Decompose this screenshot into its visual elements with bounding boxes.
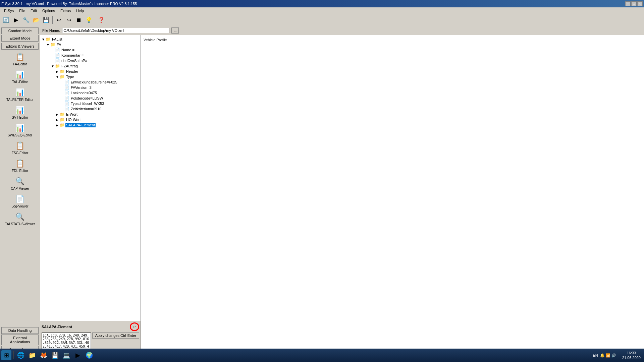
maximize-button[interactable]: □ — [631, 1, 637, 6]
toolbar-settings[interactable]: 🔧 — [21, 15, 31, 25]
tree-node-type[interactable]: ▼ 📁 Type — [42, 74, 139, 79]
taskbar-save[interactable]: 💾 — [50, 350, 60, 360]
tree-node-fzauftrag[interactable]: ▼ 📁 FZAuftrag — [42, 63, 139, 69]
sidebar-item-log-viewer[interactable]: 📄 Log-Viewer — [1, 192, 39, 209]
tree-node-ewort[interactable]: ▶ 📁 E-Wort — [42, 112, 139, 117]
toolbar-open[interactable]: 📂 — [32, 15, 41, 25]
systray-icons: 🔔 📶 🔊 — [600, 353, 616, 358]
taskbar-app1[interactable]: 💻 — [61, 350, 71, 360]
taskbar-browser[interactable]: 🌍 — [84, 350, 94, 360]
toolbar-refresh[interactable]: 🔄 — [1, 15, 11, 25]
tree-node-typschluessel[interactable]: 📄 Typschlüssel=WX53 — [42, 101, 139, 106]
tree-label-fzauftrag[interactable]: FZAuftrag — [61, 64, 78, 68]
tree-label-howort[interactable]: HO-Wort — [65, 117, 81, 122]
toolbar-back[interactable]: ↩ — [54, 15, 63, 25]
toolbar-separator-1 — [52, 16, 53, 24]
toolbar-run[interactable]: ▶ — [11, 15, 21, 25]
sidebar-item-talfilter-editor[interactable]: 📊 TALFILTER-Editor — [1, 86, 39, 103]
tree-toggle-type[interactable]: ▼ — [56, 75, 60, 79]
tree-node-zeitkrit[interactable]: 📄 Zeitkriterium=0910 — [42, 106, 139, 112]
menu-extras[interactable]: Extras — [58, 8, 73, 13]
tree-label-type[interactable]: Type — [65, 74, 75, 79]
sidebar-item-cap-viewer[interactable]: 🔍 CAP-Viewer — [1, 175, 39, 192]
tree-node-salapa[interactable]: ▶ 📁 SALAPA-Element — [42, 122, 139, 128]
tree-node-falist[interactable]: ▼ 📁 FAList — [42, 37, 139, 42]
external-applications-button[interactable]: External Applications — [1, 335, 39, 345]
tree-label-lackcode[interactable]: Lackcode=0475 — [70, 90, 98, 95]
tree-toggle-header[interactable]: ▶ — [56, 70, 60, 73]
salapa-header: SALAPA-Element ↩ — [42, 322, 139, 331]
tree-node-header[interactable]: ▶ 📁 Header — [42, 69, 139, 74]
toolbar-light[interactable]: 💡 — [84, 15, 94, 25]
menu-file[interactable]: File — [16, 8, 28, 13]
tree-node-fa[interactable]: ▼ 📁 FA — [42, 42, 139, 47]
tree-toggle-fa[interactable]: ▼ — [46, 43, 50, 47]
toolbar-help[interactable]: ❓ — [97, 15, 106, 25]
tree-label-header[interactable]: Header — [65, 69, 79, 74]
tree-label-salapa[interactable]: SALAPA-Element — [65, 123, 96, 127]
sidebar-item-fdl-editor[interactable]: 📋 FDL-Editor — [1, 157, 39, 174]
salapa-btn-icon: ↩ — [133, 325, 136, 329]
leaf-icon-faver: 📄 — [64, 85, 69, 90]
tree-node-faver[interactable]: 📄 FAVersion=3 — [42, 85, 139, 90]
tree-toggle-fzauftrag[interactable]: ▼ — [51, 64, 55, 68]
sidebar-item-fsc-editor[interactable]: 📋 FSC-Editor — [1, 139, 39, 156]
tree-label-entw[interactable]: Entwicklungsbaureihe=F025 — [70, 80, 118, 84]
tree-label-name[interactable]: Name = — [61, 48, 75, 52]
tree-node-entw[interactable]: 📄 Entwicklungsbaureihe=F025 — [42, 79, 139, 85]
tree-node-lackcode[interactable]: 📄 Lackcode=0475 — [42, 90, 139, 96]
tree-label-obdcvn[interactable]: obdCvnSaLaPa — [61, 58, 88, 63]
filename-input[interactable] — [62, 28, 169, 33]
folder-icon: 📁 — [46, 37, 51, 42]
sidebar-label-log-viewer: Log-Viewer — [11, 204, 28, 208]
tree-toggle-howort[interactable]: ▶ — [56, 118, 60, 122]
taskbar-media[interactable]: ▶ — [73, 350, 83, 360]
tree-node-polster[interactable]: 📄 Polstercode=LUSW — [42, 96, 139, 101]
taskbar-explorer[interactable]: 📁 — [27, 350, 37, 360]
tree-label-falist[interactable]: FAList — [51, 37, 63, 42]
tree-label-fa[interactable]: FA — [56, 42, 62, 47]
tree-label-faver[interactable]: FAVersion=3 — [70, 85, 92, 90]
browse-button[interactable]: ... — [171, 27, 179, 34]
tree-label-ewort[interactable]: E-Wort — [65, 112, 78, 117]
tree-node-kommentar[interactable]: 📄 Kommentar = — [42, 53, 139, 58]
editors-viewers-button[interactable]: Editors & Viewers — [1, 43, 39, 50]
tree-toggle-ewort[interactable]: ▶ — [56, 113, 60, 116]
toolbar-save[interactable]: 💾 — [42, 15, 51, 25]
sidebar-label-cap-viewer: CAP-Viewer — [11, 187, 29, 190]
tree-panel: ▼ 📁 FAList ▼ 📁 FA 📄 — [40, 35, 141, 354]
sidebar-item-fa-editor[interactable]: 📋 FA-Editor — [1, 50, 39, 67]
tree-toggle-salapa[interactable]: ▶ — [56, 123, 60, 127]
menu-edit[interactable]: Edit — [28, 8, 40, 13]
tree-node-name[interactable]: 📄 Name = — [42, 47, 139, 53]
apply-changes-button[interactable]: Apply changes Ctrl-Enter — [92, 333, 139, 339]
tree-label-zeitkrit[interactable]: Zeitkriterium=0910 — [70, 107, 102, 111]
taskbar-ie[interactable]: 🌐 — [16, 350, 26, 360]
salapa-action-button[interactable]: ↩ — [130, 322, 139, 331]
tree-label-polster[interactable]: Polstercode=LUSW — [70, 96, 104, 101]
menu-esys[interactable]: E-Sys — [1, 8, 16, 13]
menu-options[interactable]: Options — [40, 8, 58, 13]
tree-toggle-falist[interactable]: ▼ — [42, 38, 46, 41]
titlebar: E-Sys 3.30.1 - my VO.xml - Powered By: T… — [0, 0, 644, 7]
toolbar-forward[interactable]: ↪ — [64, 15, 73, 25]
menu-help[interactable]: Help — [73, 8, 87, 13]
sidebar-item-sweseq-editor[interactable]: 📊 SWESEQ-Editor — [1, 121, 39, 138]
sidebar-item-svt-editor[interactable]: 📊 SVT-Editor — [1, 104, 39, 121]
close-button[interactable]: ✕ — [637, 1, 643, 6]
start-button[interactable]: ⊞ — [1, 350, 11, 360]
tree-node-howort[interactable]: ▶ 📁 HO-Wort — [42, 117, 139, 122]
toolbar-stop[interactable]: ⏹ — [74, 15, 84, 25]
tree-node-obdcvn[interactable]: 📄 obdCvnSaLaPa — [42, 58, 139, 63]
sidebar-item-talstatus-viewer[interactable]: 🔍 TALSTATUS-Viewer — [1, 210, 39, 227]
expert-mode-button[interactable]: Expert Mode — [1, 35, 39, 42]
folder-icon-fa: 📁 — [50, 42, 55, 47]
minimize-button[interactable]: − — [625, 1, 631, 6]
tree-label-typschluessel[interactable]: Typschlüssel=WX53 — [70, 101, 105, 106]
data-handling-button[interactable]: Data Handling — [1, 327, 39, 334]
ie-icon: 🌐 — [17, 352, 24, 359]
comfort-mode-button[interactable]: Comfort Mode — [1, 27, 39, 34]
taskbar-firefox[interactable]: 🦊 — [39, 350, 49, 360]
sidebar-item-tal-editor[interactable]: 📊 TAL-Editor — [1, 68, 39, 85]
tree-label-kommentar[interactable]: Kommentar = — [61, 53, 84, 58]
